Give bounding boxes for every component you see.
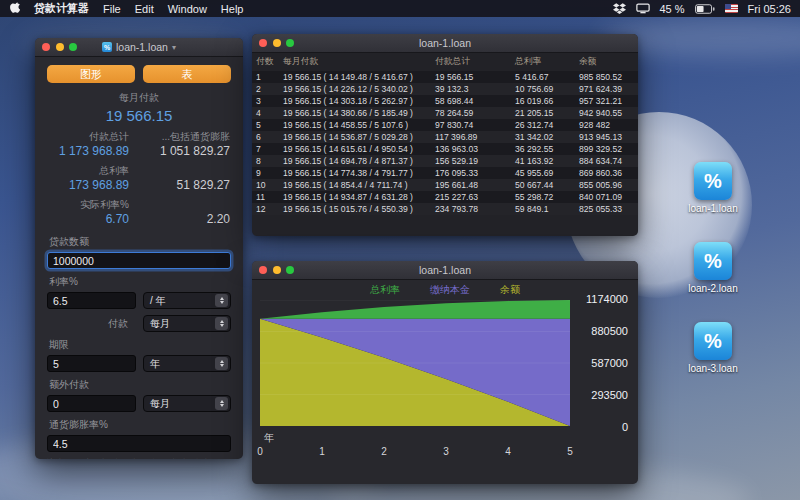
menu-edit[interactable]: Edit [135,3,154,15]
menu-file[interactable]: File [103,3,121,15]
menubar-clock[interactable]: Fri 05:26 [748,3,791,15]
table-cell: 840 071.09 [575,191,638,203]
y-tick-label: 1174000 [586,293,628,305]
desktop-icon-loan-1-loan[interactable]: %loan-1.loan [682,162,744,214]
table-cell: 19 566.15 ( 14 934.87 / 4 631.28 ) [279,191,431,203]
zoom-button[interactable] [286,39,294,47]
x-tick-label: 5 [567,446,573,457]
graph-view-button[interactable]: 图形 [47,65,135,83]
table-row[interactable]: 1219 566.15 ( 15 015.76 / 4 550.39 )234 … [252,203,638,215]
table-row[interactable]: 1019 566.15 ( 14 854.4 / 4 711.74 )195 6… [252,179,638,191]
table-row[interactable]: 219 566.15 ( 14 226.12 / 5 340.02 )39 13… [252,83,638,95]
desktop-icon-label: loan-3.loan [688,363,737,374]
dropbox-icon[interactable] [613,3,626,15]
zoom-button[interactable] [286,266,294,274]
table-cell: 9 [252,167,279,179]
loan-amount-input[interactable] [47,252,231,269]
column-header[interactable]: 付数 [252,53,279,71]
close-button[interactable] [259,39,267,47]
minimize-button[interactable] [273,266,281,274]
menu-window[interactable]: Window [168,3,207,15]
window-title: % loan-1.loan ▾ [102,41,176,53]
table-row[interactable]: 319 566.15 ( 14 303.18 / 5 262.97 )58 69… [252,95,638,107]
column-header[interactable]: 总利率 [511,53,575,71]
table-row[interactable]: 1119 566.15 ( 14 934.87 / 4 631.28 )215 … [252,191,638,203]
x-tick-label: 2 [381,446,387,457]
menu-help[interactable]: Help [221,3,244,15]
popup-arrows-icon [215,294,228,307]
term-unit-select[interactable]: 年 [143,355,231,372]
column-header[interactable]: 每月付款 [279,53,431,71]
chart-titlebar[interactable]: loan-1.loan [252,261,638,280]
table-cell: 10 [252,179,279,191]
table-cell: 45 955.69 [511,167,575,179]
inflation-rate-input[interactable] [47,435,231,452]
table-cell: 117 396.89 [431,131,511,143]
table-row[interactable]: 719 566.15 ( 14 615.61 / 4 950.54 )136 9… [252,143,638,155]
loan-area-chart [260,300,570,426]
percent-document-icon[interactable]: % [694,162,732,200]
table-titlebar[interactable]: loan-1.loan [252,34,638,53]
battery-icon[interactable] [695,4,715,14]
percent-document-icon[interactable]: % [694,242,732,280]
desktop-icon-loan-2-loan[interactable]: %loan-2.loan [682,242,744,294]
interest-rate-input[interactable] [47,292,136,309]
desktop-icon-label: loan-1.loan [688,203,737,214]
display-icon[interactable] [636,3,650,14]
table-cell: 39 132.3 [431,83,511,95]
column-header[interactable]: 余额 [575,53,638,71]
document-proxy-icon: % [102,42,112,52]
desktop-icon-loan-3-loan[interactable]: %loan-3.loan [682,322,744,374]
table-row[interactable]: 619 566.15 ( 14 536.87 / 5 029.28 )117 3… [252,131,638,143]
table-cell: 234 793.78 [431,203,511,215]
table-cell: 942 940.55 [575,107,638,119]
percent-document-icon[interactable]: % [694,322,732,360]
rate-period-select[interactable]: / 年 [143,292,231,309]
term-input[interactable] [47,355,136,372]
table-cell: 5 416.67 [511,71,575,83]
payment-frequency-select[interactable]: 每月 [143,315,231,332]
us-flag-icon[interactable] [725,4,738,13]
chevron-down-icon[interactable]: ▾ [172,43,176,52]
amortization-table-window: loan-1.loan 付数每月付款付款总计总利率余额 119 566.15 (… [252,34,638,236]
table-cell: 884 634.74 [575,155,638,167]
window-title: loan-1.loan [419,264,471,276]
table-cell: 8 [252,155,279,167]
minimize-button[interactable] [273,39,281,47]
table-row[interactable]: 419 566.15 ( 14 380.66 / 5 185.49 )78 26… [252,107,638,119]
zoom-button[interactable] [69,43,77,51]
table-cell: 59 849.1 [511,203,575,215]
view-switcher: 图形 表 [47,65,231,83]
table-cell: 19 566.15 ( 15 015.76 / 4 550.39 ) [279,203,431,215]
table-row[interactable]: 919 566.15 ( 14 774.38 / 4 791.77 )176 0… [252,167,638,179]
table-row[interactable]: 819 566.15 ( 14 694.78 / 4 871.37 )156 5… [252,155,638,167]
calc-titlebar[interactable]: % loan-1.loan ▾ [35,38,243,57]
table-cell: 3 [252,95,279,107]
table-cell: 913 945.13 [575,131,638,143]
table-row[interactable]: 519 566.15 ( 14 458.55 / 5 107.6 )97 830… [252,119,638,131]
table-cell: 928 482 [575,119,638,131]
close-button[interactable] [42,43,50,51]
extra-payment-input[interactable] [47,395,136,412]
popup-arrows-icon [215,357,228,370]
table-cell: 58 698.44 [431,95,511,107]
apple-menu[interactable] [9,2,20,15]
table-cell: 19 566.15 [431,71,511,83]
desktop-icon-label: loan-2.loan [688,283,737,294]
battery-percent[interactable]: 45 % [660,3,685,15]
effective-rate-inflation-value: 2.20 [139,212,231,226]
table-row[interactable]: 119 566.15 ( 14 149.48 / 5 416.67 )19 56… [252,71,638,83]
table-cell: 176 095.33 [431,167,511,179]
menu-app-name[interactable]: 贷款计算器 [34,1,89,16]
popup-arrows-icon [215,317,228,330]
minimize-button[interactable] [56,43,64,51]
column-header[interactable]: 付款总计 [431,53,511,71]
menu-bar: 贷款计算器 File Edit Window Help 45 % Fri 05:… [0,0,800,17]
table-cell: 31 342.02 [511,131,575,143]
x-tick-label: 0 [257,446,263,457]
area-interest [260,300,570,319]
monthly-payment-label: 每月付款 [47,91,231,105]
close-button[interactable] [259,266,267,274]
extra-frequency-select[interactable]: 每月 [143,395,231,412]
table-view-button[interactable]: 表 [143,65,231,83]
